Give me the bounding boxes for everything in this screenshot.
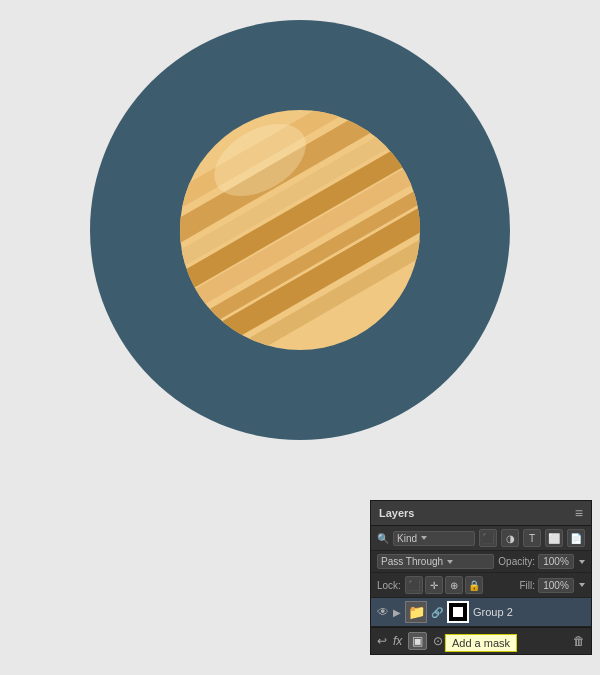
fill-value[interactable]: 100%: [538, 578, 574, 593]
layers-panel-header: Layers ≡: [371, 501, 591, 526]
blend-mode-chevron: [447, 560, 453, 564]
search-icon: 🔍: [377, 533, 389, 544]
layers-panel: Layers ≡ 🔍 Kind ⬛ ◑ T ⬜ 📄 Pass Through O…: [370, 500, 592, 655]
group-folder-icon: 📁: [405, 601, 427, 623]
fx-icon[interactable]: fx: [393, 634, 402, 648]
fill-section: Fill: 100%: [519, 578, 585, 593]
mask-thumb-inner: [453, 607, 463, 617]
fill-label: Fill:: [519, 580, 535, 591]
canvas-area: Layers ≡ 🔍 Kind ⬛ ◑ T ⬜ 📄 Pass Through O…: [0, 0, 600, 675]
lock-artboard-btn[interactable]: ⊕: [445, 576, 463, 594]
lock-label: Lock:: [377, 580, 401, 591]
filter-smart-btn[interactable]: 📄: [567, 529, 585, 547]
filter-kind-chevron: [421, 536, 427, 540]
visibility-eye-icon[interactable]: 👁: [377, 605, 389, 619]
adjustment-layer-icon[interactable]: ⊙: [433, 634, 443, 648]
layers-menu-icon[interactable]: ≡: [575, 505, 583, 521]
chain-link-icon: 🔗: [431, 607, 443, 618]
blend-mode-label: Pass Through: [381, 556, 443, 567]
opacity-chevron: [579, 560, 585, 564]
filter-type-btn[interactable]: T: [523, 529, 541, 547]
add-mask-btn[interactable]: ▣: [408, 632, 427, 650]
layers-title: Layers: [379, 507, 414, 519]
mask-thumbnail[interactable]: [447, 601, 469, 623]
outer-circle: [90, 20, 510, 440]
filter-kind-select[interactable]: Kind: [393, 531, 475, 546]
opacity-value[interactable]: 100%: [538, 554, 574, 569]
opacity-label: Opacity:: [498, 556, 535, 567]
lock-row: Lock: ⬛ ✛ ⊕ 🔒 Fill: 100%: [371, 573, 591, 598]
filter-adjust-btn[interactable]: ◑: [501, 529, 519, 547]
layer-name[interactable]: Group 2: [473, 606, 585, 618]
lock-position-btn[interactable]: ✛: [425, 576, 443, 594]
filter-shape-btn[interactable]: ⬜: [545, 529, 563, 547]
planet-container: [90, 20, 510, 440]
expand-arrow-icon[interactable]: ▶: [393, 607, 401, 618]
add-mask-tooltip: Add a mask: [445, 634, 517, 652]
delete-layer-icon[interactable]: 🗑: [573, 634, 585, 648]
lock-icons: ⬛ ✛ ⊕ 🔒: [405, 576, 483, 594]
lock-pixel-btn[interactable]: ⬛: [405, 576, 423, 594]
fill-chevron: [579, 583, 585, 587]
blend-mode-row: Pass Through Opacity: 100%: [371, 551, 591, 573]
inner-planet: [180, 110, 420, 350]
filter-pixel-btn[interactable]: ⬛: [479, 529, 497, 547]
opacity-section: Opacity: 100%: [498, 554, 585, 569]
blend-mode-select[interactable]: Pass Through: [377, 554, 494, 569]
link-icon[interactable]: ↩: [377, 634, 387, 648]
filter-row: 🔍 Kind ⬛ ◑ T ⬜ 📄: [371, 526, 591, 551]
filter-kind-label: Kind: [397, 533, 417, 544]
layer-item-row[interactable]: 👁 ▶ 📁 🔗 Group 2: [371, 598, 591, 627]
lock-all-btn[interactable]: 🔒: [465, 576, 483, 594]
